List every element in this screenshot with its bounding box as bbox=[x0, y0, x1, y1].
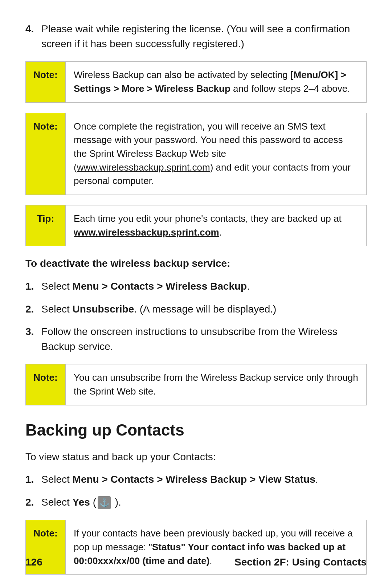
note-content-1: Wireless Backup can also be activated by… bbox=[66, 62, 366, 102]
step-text-2: Select Unsubscribe. (A message will be d… bbox=[41, 302, 276, 317]
backup-step-num-1: 1. bbox=[25, 472, 41, 487]
backup-step-bold-2: Yes bbox=[73, 497, 90, 508]
tip1-link: www.wirelessbackup.sprint.com bbox=[74, 227, 219, 238]
step-bold-2: Unsubscribe bbox=[73, 303, 134, 315]
tip-box-1: Tip: Each time you edit your phone's con… bbox=[25, 205, 367, 246]
step-num-3: 3. bbox=[25, 324, 41, 339]
step-number: 4. bbox=[25, 22, 41, 51]
tip-label-1: Tip: bbox=[26, 205, 66, 246]
footer-section: Section 2F: Using Contacts bbox=[234, 555, 367, 570]
step-num-2: 2. bbox=[25, 302, 41, 317]
note2-link: www.wirelessbackup.sprint.com bbox=[77, 162, 210, 173]
section-intro: To view status and back up your Contacts… bbox=[25, 450, 367, 465]
note-content-3: You can unsubscribe from the Wireless Ba… bbox=[66, 364, 366, 405]
note1-plain: Wireless Backup can also be activated by… bbox=[74, 69, 290, 80]
backup-step-1: 1. Select Menu > Contacts > Wireless Bac… bbox=[25, 472, 367, 487]
deactivate-step-3: 3. Follow the onscreen instructions to u… bbox=[25, 324, 367, 354]
intro-step: 4. Please wait while registering the lic… bbox=[25, 22, 367, 51]
note-content-2: Once complete the registration, you will… bbox=[66, 113, 366, 195]
backup-step-num-2: 2. bbox=[25, 495, 41, 510]
deactivate-step-2: 2. Select Unsubscribe. (A message will b… bbox=[25, 302, 367, 317]
deactivate-heading: To deactivate the wireless backup servic… bbox=[25, 256, 367, 271]
tip1-plain: Each time you edit your phone's contacts… bbox=[74, 213, 342, 224]
page-footer: 126 Section 2F: Using Contacts bbox=[25, 540, 367, 570]
step-bold-1: Menu > Contacts > Wireless Backup bbox=[73, 281, 247, 292]
tip1-end: . bbox=[219, 227, 222, 238]
note-label-1: Note: bbox=[26, 62, 66, 102]
backup-step-text-2: Select Yes (⚓ ). bbox=[41, 495, 121, 510]
footer-page-number: 126 bbox=[25, 555, 42, 570]
backup-step-2: 2. Select Yes (⚓ ). bbox=[25, 495, 367, 510]
step-num-1: 1. bbox=[25, 279, 41, 294]
note-label-3: Note: bbox=[26, 364, 66, 405]
note-box-3: Note: You can unsubscribe from the Wirel… bbox=[25, 364, 367, 405]
note1-end: and follow steps 2–4 above. bbox=[230, 83, 350, 94]
step-text: Please wait while registering the licens… bbox=[41, 22, 367, 51]
backup-step-bold-1: Menu > Contacts > Wireless Backup > View… bbox=[73, 474, 315, 485]
note-box-1: Note: Wireless Backup can also be activa… bbox=[25, 61, 367, 102]
step-text-3: Follow the onscreen instructions to unsu… bbox=[41, 324, 367, 354]
backup-step-text-1: Select Menu > Contacts > Wireless Backup… bbox=[41, 472, 318, 487]
note-box-2: Note: Once complete the registration, yo… bbox=[25, 113, 367, 195]
section-title: Backing up Contacts bbox=[25, 418, 367, 442]
step-text-1: Select Menu > Contacts > Wireless Backup… bbox=[41, 279, 250, 294]
note-label-2: Note: bbox=[26, 113, 66, 195]
yes-icon: ⚓ bbox=[98, 496, 111, 509]
tip-content-1: Each time you edit your phone's contacts… bbox=[66, 205, 366, 246]
deactivate-step-1: 1. Select Menu > Contacts > Wireless Bac… bbox=[25, 279, 367, 294]
